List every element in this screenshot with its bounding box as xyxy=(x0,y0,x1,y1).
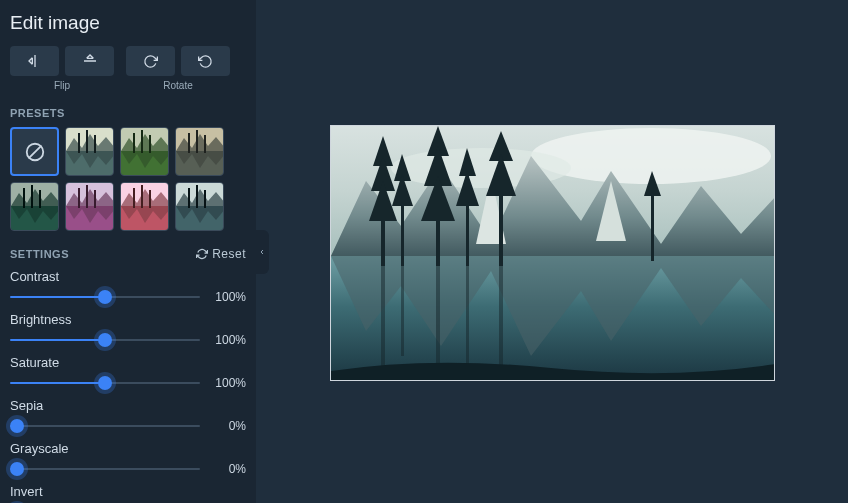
svg-rect-24 xyxy=(78,188,80,208)
svg-rect-5 xyxy=(86,130,88,153)
slider-value: 100% xyxy=(208,290,246,304)
svg-rect-6 xyxy=(94,135,96,153)
presets-heading: PRESETS xyxy=(10,107,246,119)
preset-p2[interactable] xyxy=(120,127,169,176)
flip-vertical-icon xyxy=(82,53,98,69)
svg-rect-9 xyxy=(133,133,135,153)
svg-rect-30 xyxy=(141,185,143,208)
svg-rect-48 xyxy=(401,261,404,356)
svg-rect-16 xyxy=(204,135,206,153)
rotate-ccw-icon xyxy=(198,54,213,69)
preset-p3[interactable] xyxy=(175,127,224,176)
flip-horizontal-button[interactable] xyxy=(10,46,59,76)
preset-p4[interactable] xyxy=(10,182,59,231)
preset-p6[interactable] xyxy=(120,182,169,231)
slider-row-invert: Invert0% xyxy=(10,484,246,503)
collapse-sidebar-button[interactable] xyxy=(255,230,269,274)
flip-vertical-button[interactable] xyxy=(65,46,114,76)
canvas-area xyxy=(256,0,848,503)
slider-value: 0% xyxy=(208,462,246,476)
svg-rect-19 xyxy=(23,188,25,208)
preset-p5[interactable] xyxy=(65,182,114,231)
slider-input[interactable] xyxy=(10,468,200,470)
slider-row-grayscale: Grayscale0% xyxy=(10,441,246,476)
slider-label: Sepia xyxy=(10,398,246,413)
none-icon xyxy=(24,141,46,163)
svg-rect-20 xyxy=(31,185,33,208)
slider-value: 100% xyxy=(208,376,246,390)
slider-row-saturate: Saturate100% xyxy=(10,355,246,390)
slider-input[interactable] xyxy=(10,296,200,298)
svg-rect-36 xyxy=(204,190,206,208)
slider-label: Saturate xyxy=(10,355,246,370)
slider-label: Contrast xyxy=(10,269,246,284)
slider-row-brightness: Brightness100% xyxy=(10,312,246,347)
slider-input[interactable] xyxy=(10,425,200,427)
slider-input[interactable] xyxy=(10,339,200,341)
svg-line-1 xyxy=(28,145,41,158)
slider-input[interactable] xyxy=(10,382,200,384)
svg-rect-50 xyxy=(466,261,469,366)
svg-rect-29 xyxy=(133,188,135,208)
svg-rect-10 xyxy=(141,130,143,153)
slider-label: Invert xyxy=(10,484,246,499)
image-preview[interactable] xyxy=(330,125,775,381)
slider-label: Brightness xyxy=(10,312,246,327)
svg-rect-34 xyxy=(188,188,190,208)
svg-rect-15 xyxy=(196,130,198,153)
svg-rect-26 xyxy=(94,190,96,208)
svg-rect-31 xyxy=(149,190,151,208)
sidebar: Edit image Flip xyxy=(0,0,256,503)
slider-label: Grayscale xyxy=(10,441,246,456)
rotate-group: Rotate xyxy=(126,46,230,91)
flip-label: Flip xyxy=(54,80,70,91)
preset-p7[interactable] xyxy=(175,182,224,231)
reset-label: Reset xyxy=(212,247,246,261)
rotate-label: Rotate xyxy=(163,80,192,91)
reset-button[interactable]: Reset xyxy=(196,247,246,261)
svg-rect-21 xyxy=(39,190,41,208)
svg-rect-35 xyxy=(196,185,198,208)
svg-rect-51 xyxy=(499,261,503,381)
preset-p1[interactable] xyxy=(65,127,114,176)
slider-row-sepia: Sepia0% xyxy=(10,398,246,433)
preset-none[interactable] xyxy=(10,127,59,176)
flip-group: Flip xyxy=(10,46,114,91)
reset-icon xyxy=(196,248,208,260)
presets-grid xyxy=(10,127,246,231)
rotate-cw-button[interactable] xyxy=(126,46,175,76)
slider-row-contrast: Contrast100% xyxy=(10,269,246,304)
page-title: Edit image xyxy=(10,12,246,34)
slider-value: 100% xyxy=(208,333,246,347)
settings-heading: SETTINGS xyxy=(10,248,69,260)
svg-rect-14 xyxy=(188,133,190,153)
svg-rect-11 xyxy=(149,135,151,153)
rotate-cw-icon xyxy=(143,54,158,69)
rotate-ccw-button[interactable] xyxy=(181,46,230,76)
svg-rect-4 xyxy=(78,133,80,153)
slider-value: 0% xyxy=(208,419,246,433)
svg-rect-47 xyxy=(381,261,385,371)
chevron-left-icon xyxy=(258,247,266,257)
svg-rect-25 xyxy=(86,185,88,208)
flip-horizontal-icon xyxy=(27,53,43,69)
